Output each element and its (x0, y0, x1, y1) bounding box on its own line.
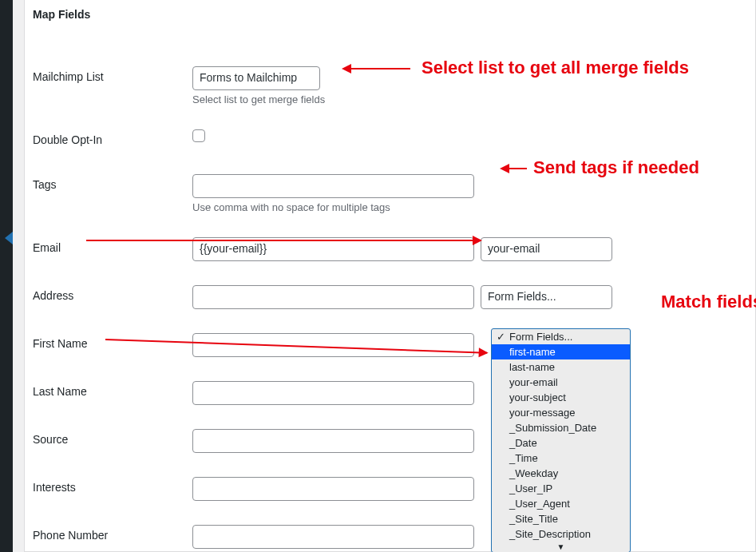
map-fields-panel: Map Fields Mailchimp List Forms to Mailc… (24, 0, 756, 552)
admin-sidebar (0, 0, 13, 552)
input-phone-number[interactable] (192, 525, 474, 549)
dropdown-option[interactable]: Form Fields... (492, 329, 630, 344)
label-double-opt-in: Double Opt-In (25, 117, 184, 162)
dropdown-option[interactable]: first-name (492, 344, 630, 359)
sidebar-flyout-indicator (5, 232, 13, 244)
select-mailchimp-list[interactable]: Forms to Mailchimp (192, 66, 320, 90)
label-mailchimp-list: Mailchimp List (25, 54, 184, 117)
input-last-name[interactable] (192, 381, 474, 405)
dropdown-option[interactable]: _Site_Description (492, 526, 630, 542)
input-interests[interactable] (192, 477, 474, 501)
dropdown-option[interactable]: _User_Agent (492, 496, 630, 511)
dropdown-option[interactable]: _Submission_Date (492, 420, 630, 435)
desc-tags: Use comma with no space for multiple tag… (192, 201, 747, 213)
dropdown-option[interactable]: _Site_Title (492, 511, 630, 526)
input-email[interactable] (192, 237, 474, 261)
label-tags: Tags (25, 162, 184, 225)
label-source: Source (25, 417, 184, 465)
dropdown-option[interactable]: your-message (492, 405, 630, 420)
checkbox-double-opt-in[interactable] (192, 129, 205, 142)
input-tags[interactable] (192, 174, 474, 198)
select-email-field[interactable]: your-email (481, 237, 612, 261)
label-last-name: Last Name (25, 369, 184, 417)
dropdown-scroll-down-icon[interactable]: ▼ (492, 542, 630, 552)
dropdown-option[interactable]: _Weekday (492, 466, 630, 481)
dropdown-option[interactable]: _User_IP (492, 481, 630, 496)
dropdown-option[interactable]: last-name (492, 359, 630, 375)
panel-title: Map Fields (25, 0, 755, 29)
dropdown-option[interactable]: _Date (492, 435, 630, 451)
dropdown-option[interactable]: your-email (492, 375, 630, 390)
input-address[interactable] (192, 285, 474, 309)
input-first-name[interactable] (192, 333, 474, 357)
input-source[interactable] (192, 429, 474, 453)
dropdown-form-fields[interactable]: Form Fields...first-namelast-nameyour-em… (491, 328, 631, 552)
settings-form-table: Mailchimp List Forms to Mailchimp Select… (25, 54, 755, 552)
label-interests: Interests (25, 465, 184, 513)
label-phone-number: Phone Number (25, 513, 184, 552)
desc-mailchimp-list: Select list to get merge fields (192, 93, 747, 105)
main-content: Map Fields Mailchimp List Forms to Mailc… (13, 0, 756, 552)
label-address: Address (25, 273, 184, 321)
select-address-field[interactable]: Form Fields... (481, 285, 612, 309)
dropdown-option[interactable]: your-subject (492, 390, 630, 405)
label-email: Email (25, 225, 184, 273)
label-first-name: First Name (25, 321, 184, 369)
dropdown-option[interactable]: _Time (492, 451, 630, 466)
